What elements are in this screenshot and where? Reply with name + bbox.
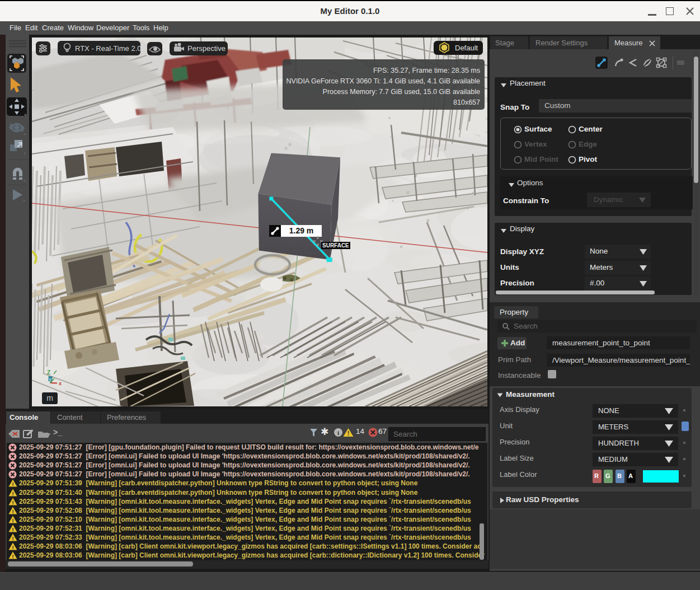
- svg-text:!: !: [12, 499, 13, 505]
- svg-text:!: !: [12, 544, 13, 550]
- svg-text:i: i: [337, 429, 339, 436]
- svg-text:x: x: [59, 381, 62, 386]
- svg-text:!: !: [12, 526, 13, 532]
- svg-text:!: !: [12, 535, 13, 541]
- svg-text:!: !: [12, 553, 13, 559]
- svg-text:!: !: [347, 430, 350, 437]
- svg-text:!: !: [12, 481, 13, 487]
- svg-text:!: !: [12, 508, 13, 514]
- svg-text:Z: Z: [47, 369, 50, 376]
- svg-text:!: !: [12, 517, 13, 523]
- svg-text:!: !: [12, 490, 13, 497]
